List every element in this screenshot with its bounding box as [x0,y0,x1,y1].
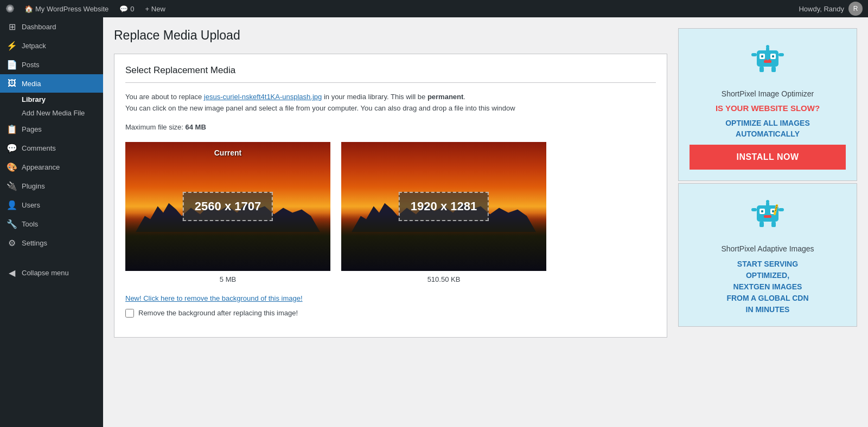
sidebar-item-users[interactable]: 👤 Users [0,196,103,215]
svg-point-21 [766,200,769,203]
svg-rect-24 [760,222,764,227]
media-icon: 🖼 [7,79,17,88]
sidebar-item-plugins[interactable]: 🔌 Plugins [0,177,103,196]
sidebar-item-label: Tools [22,220,38,228]
comments-count: 0 [130,5,134,13]
new-content-link[interactable]: + New [141,5,170,13]
current-label: Current [214,148,242,157]
max-file-label: Maximum file size: [125,123,183,131]
card-title: Select Replacement Media [125,65,656,83]
desc-end: . [463,93,465,101]
svg-rect-12 [760,67,764,72]
comments-nav-icon: 💬 [7,143,17,153]
users-icon: 👤 [7,200,17,210]
sidebar-item-jetpack[interactable]: ⚡ Jetpack [0,36,103,55]
svg-rect-6 [765,59,767,60]
sidebar-item-label: Settings [22,239,47,247]
sidebar-sub-add-new[interactable]: Add New Media File [0,106,103,120]
desc2: You can click on the new image panel and… [125,104,515,112]
image1-size: 5 MB [220,275,236,283]
user-info: Howdy, Randy R [799,2,863,16]
howdy-text: Howdy, Randy [799,5,844,13]
image-comparison: Current 2560 x 1707 5 MB 1920 x 1281 510… [125,142,656,283]
filename-link[interactable]: jesus-curiel-nskeft4t1KA-unsplash.jpg [204,93,322,101]
svg-rect-18 [772,210,774,212]
max-file-size: 64 MB [186,123,206,131]
new-image-wrapper[interactable]: 1920 x 1281 510.50 KB [341,142,546,283]
current-image-box: Current 2560 x 1707 [125,142,330,271]
posts-icon: 📄 [7,60,17,70]
sidebar-item-pages[interactable]: 📋 Pages [0,120,103,139]
svg-rect-5 [764,60,771,63]
library-label: Library [22,95,46,103]
sidebar: ⊞ Dashboard ⚡ Jetpack 📄 Posts 🖼 Media Li… [0,17,103,427]
add-new-label: Add New Media File [22,109,85,117]
install-now-button[interactable]: INSTALL NOW [690,145,846,170]
sidebar-item-label: Posts [22,61,40,69]
content-area: Replace Media Upload Select Replacement … [103,17,868,427]
description-text: You are about to replace jesus-curiel-ns… [125,92,656,114]
avatar[interactable]: R [848,2,863,16]
sidebar-item-tools[interactable]: 🔧 Tools [0,215,103,234]
ad1-tagline: IS YOUR WEBSITE SLOW? [716,103,820,113]
tools-icon: 🔧 [7,219,17,229]
sidebar-item-settings[interactable]: ⚙ Settings [0,234,103,253]
sidebar-item-posts[interactable]: 📄 Posts [0,55,103,74]
ad2-subtext: START SERVINGOPTIMIZED,NEXTGEN IMAGESFRO… [726,258,808,315]
permanent-text: permanent [427,93,463,101]
sidebar-item-label: Appearance [22,163,60,171]
bg-remove-checkbox[interactable] [125,309,134,318]
robot-icon-2 [749,195,787,239]
sidebar-item-label: Pages [22,125,42,133]
comments-icon: 💬 [119,5,128,13]
jetpack-icon: ⚡ [7,41,17,51]
sidebar-item-label: Dashboard [22,23,56,31]
collapse-menu-button[interactable]: ◀ Collapse menu [0,263,103,282]
new-image-box[interactable]: 1920 x 1281 [341,142,546,271]
sidebar-item-dashboard[interactable]: ⊞ Dashboard [0,17,103,36]
sidebar-item-label: Media [22,80,41,88]
image1-dimensions: 2560 x 1707 [183,192,273,221]
svg-rect-25 [771,222,776,227]
appearance-icon: 🎨 [7,162,17,172]
collapse-icon: ◀ [7,268,17,278]
site-name: My WordPress Website [35,5,108,13]
sidebar-item-label: Users [22,201,40,209]
checkbox-label: Remove the background after replacing th… [138,309,298,317]
image2-size: 510.50 KB [427,275,461,283]
wp-logo-icon[interactable]: ✺ [5,2,15,15]
sidebar-sub-library[interactable]: Library [0,93,103,106]
svg-rect-7 [769,59,770,60]
main-layout: ⊞ Dashboard ⚡ Jetpack 📄 Posts 🖼 Media Li… [0,17,868,427]
file-size-info: Maximum file size: 64 MB [125,123,656,131]
svg-point-9 [766,45,769,48]
svg-rect-20 [766,203,769,206]
sidebar-item-media[interactable]: 🖼 Media [0,74,103,93]
plugins-icon: 🔌 [7,181,17,191]
svg-rect-10 [751,53,757,56]
dashboard-icon: ⊞ [7,22,17,32]
svg-rect-4 [772,55,774,57]
bg-remove-link[interactable]: New! Click here to remove the background… [125,294,303,302]
svg-rect-8 [766,48,769,51]
comments-link[interactable]: 💬 0 [115,5,138,13]
site-name-link[interactable]: 🏠 My WordPress Website [20,5,113,13]
checkbox-row: Remove the background after replacing th… [125,309,656,318]
image2-dimensions: 1920 x 1281 [399,192,489,221]
ad1-subtext: OPTIMIZE ALL IMAGESAUTOMATICALLY [725,118,810,139]
sidebar-item-appearance[interactable]: 🎨 Appearance [0,158,103,177]
replace-media-card: Select Replacement Media You are about t… [114,54,667,338]
ad2-title: ShortPixel Adaptive Images [721,244,814,253]
svg-rect-22 [751,208,757,211]
svg-rect-23 [778,208,784,211]
new-label: + New [145,5,165,13]
pages-icon: 📋 [7,124,17,134]
settings-icon: ⚙ [7,238,17,248]
svg-rect-11 [778,53,784,56]
robot-icon-1 [749,40,787,84]
svg-rect-19 [764,215,771,218]
sidebar-item-comments[interactable]: 💬 Comments [0,139,103,158]
right-sidebar: ShortPixel Image Optimizer IS YOUR WEBSI… [678,28,857,416]
main-content: Replace Media Upload Select Replacement … [114,28,667,416]
svg-rect-17 [761,210,763,212]
